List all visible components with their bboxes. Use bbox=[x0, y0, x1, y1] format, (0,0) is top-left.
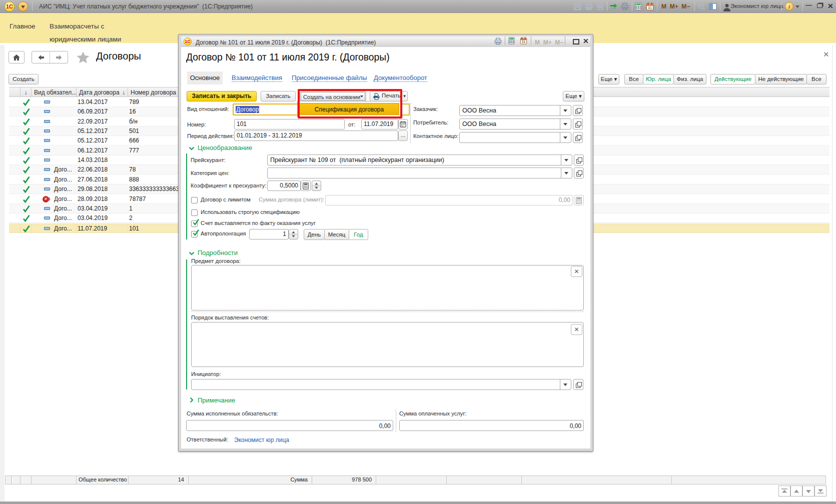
svg-text:31: 31 bbox=[522, 40, 526, 44]
svg-text:31: 31 bbox=[648, 6, 652, 10]
